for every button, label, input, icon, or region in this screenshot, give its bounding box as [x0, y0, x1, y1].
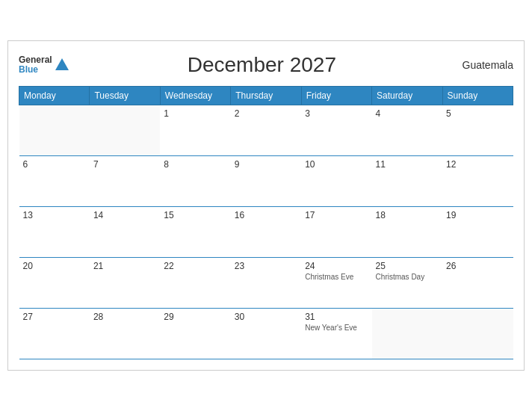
- event-label: Christmas Day: [376, 273, 439, 281]
- logo-icon: [54, 57, 70, 73]
- day-number: 8: [164, 159, 169, 170]
- calendar-day-cell: 11: [372, 156, 442, 207]
- calendar-day-cell: 9: [231, 156, 301, 207]
- calendar-week-row: 2021222324Christmas Eve25Christmas Day26: [19, 258, 513, 309]
- day-number: 13: [23, 210, 33, 220]
- day-number: 28: [93, 312, 103, 322]
- calendar-day-cell: [90, 105, 160, 156]
- calendar-day-cell: 12: [442, 156, 513, 207]
- weekday-header: Monday: [19, 87, 90, 105]
- weekday-header-row: MondayTuesdayWednesdayThursdayFridaySatu…: [19, 87, 513, 105]
- calendar-day-cell: 29: [160, 309, 230, 359]
- day-number: 18: [376, 210, 386, 220]
- logo-blue: Blue: [19, 65, 52, 75]
- month-title: December 2027: [70, 53, 454, 77]
- day-number: 2: [235, 108, 240, 119]
- calendar-header: General Blue December 2027 Guatemala: [19, 53, 513, 77]
- day-number: 6: [23, 159, 28, 170]
- calendar-day-cell: 23: [231, 258, 301, 309]
- weekday-header: Friday: [301, 87, 371, 105]
- day-number: 27: [23, 312, 33, 322]
- calendar-day-cell: 21: [90, 258, 160, 309]
- calendar-week-row: 12345: [19, 105, 513, 156]
- day-number: 20: [23, 261, 33, 271]
- calendar-container: General Blue December 2027 Guatemala Mon…: [7, 40, 525, 371]
- day-number: 15: [164, 210, 173, 220]
- calendar-day-cell: 14: [90, 207, 160, 258]
- day-number: 4: [376, 108, 381, 119]
- day-number: 11: [376, 159, 386, 170]
- calendar-day-cell: 1: [160, 105, 230, 156]
- calendar-day-cell: 28: [90, 309, 160, 359]
- calendar-day-cell: [19, 105, 90, 156]
- logo: General Blue: [19, 55, 70, 75]
- calendar-day-cell: 7: [90, 156, 160, 207]
- logo-text: General Blue: [19, 55, 52, 75]
- calendar-day-cell: 31New Year's Eve: [301, 309, 371, 359]
- day-number: 29: [164, 312, 173, 322]
- calendar-day-cell: 25Christmas Day: [372, 258, 442, 309]
- weekday-header: Wednesday: [160, 87, 230, 105]
- calendar-day-cell: 6: [19, 156, 90, 207]
- day-number: 16: [235, 210, 244, 220]
- calendar-week-row: 13141516171819: [19, 207, 513, 258]
- day-number: 30: [235, 312, 244, 322]
- weekday-header: Thursday: [231, 87, 301, 105]
- calendar-day-cell: 19: [442, 207, 513, 258]
- calendar-day-cell: 22: [160, 258, 230, 309]
- calendar-day-cell: 5: [442, 105, 513, 156]
- calendar-table: MondayTuesdayWednesdayThursdayFridaySatu…: [19, 86, 513, 359]
- calendar-week-row: 6789101112: [19, 156, 513, 207]
- day-number: 19: [446, 210, 456, 220]
- calendar-day-cell: 2: [231, 105, 301, 156]
- day-number: 26: [446, 261, 456, 271]
- calendar-day-cell: 13: [19, 207, 90, 258]
- day-number: 5: [446, 108, 451, 119]
- calendar-day-cell: 15: [160, 207, 230, 258]
- day-number: 3: [305, 108, 310, 119]
- calendar-day-cell: [442, 309, 513, 359]
- day-number: 7: [93, 159, 99, 170]
- calendar-day-cell: 16: [231, 207, 301, 258]
- svg-marker-0: [55, 58, 69, 70]
- calendar-day-cell: 24Christmas Eve: [301, 258, 371, 309]
- calendar-day-cell: [372, 309, 442, 359]
- calendar-day-cell: 20: [19, 258, 90, 309]
- calendar-day-cell: 10: [301, 156, 371, 207]
- day-number: 12: [446, 159, 456, 170]
- day-number: 23: [235, 261, 244, 271]
- day-number: 24: [305, 261, 315, 271]
- calendar-day-cell: 18: [372, 207, 442, 258]
- event-label: New Year's Eve: [305, 324, 368, 332]
- calendar-day-cell: 3: [301, 105, 371, 156]
- weekday-header: Sunday: [442, 87, 513, 105]
- day-number: 17: [305, 210, 315, 220]
- day-number: 31: [305, 312, 315, 322]
- calendar-day-cell: 30: [231, 309, 301, 359]
- day-number: 10: [305, 159, 315, 170]
- day-number: 9: [235, 159, 240, 170]
- calendar-day-cell: 8: [160, 156, 230, 207]
- day-number: 1: [164, 108, 169, 119]
- calendar-week-row: 2728293031New Year's Eve: [19, 309, 513, 359]
- calendar-day-cell: 4: [372, 105, 442, 156]
- weekday-header: Tuesday: [90, 87, 160, 105]
- day-number: 21: [93, 261, 103, 271]
- country-label: Guatemala: [454, 59, 513, 71]
- weekday-header: Saturday: [372, 87, 442, 105]
- calendar-day-cell: 26: [442, 258, 513, 309]
- calendar-day-cell: 27: [19, 309, 90, 359]
- day-number: 22: [164, 261, 173, 271]
- day-number: 14: [93, 210, 103, 220]
- day-number: 25: [376, 261, 386, 271]
- event-label: Christmas Eve: [305, 273, 368, 281]
- calendar-day-cell: 17: [301, 207, 371, 258]
